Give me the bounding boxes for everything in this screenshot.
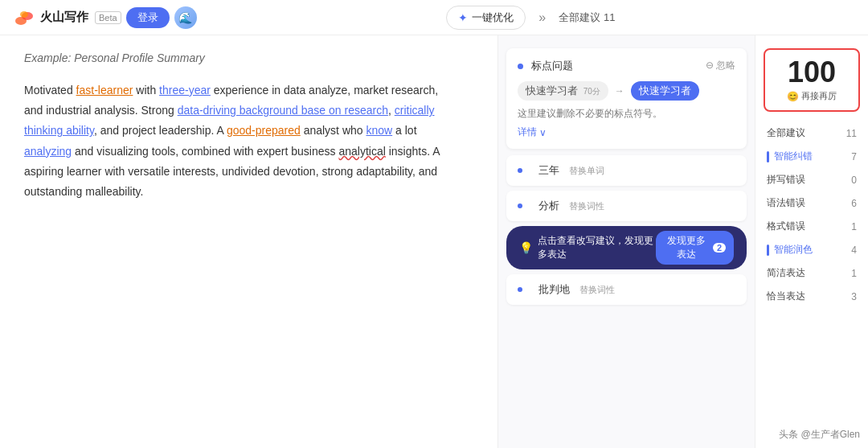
- avatar-button[interactable]: 🌊: [174, 6, 197, 29]
- header-center: ✦ 一键优化 » 全部建议 11: [207, 6, 855, 30]
- logo-area: 火山写作 Beta 登录 🌊: [13, 6, 197, 29]
- discover-button[interactable]: 发现更多表达 2: [656, 231, 734, 265]
- card-dot: [518, 64, 523, 69]
- watermark: 头条 @生产者Glen: [779, 428, 860, 442]
- app-header: 火山写作 Beta 登录 🌊 ✦ 一键优化 » 全部建议 11: [0, 0, 868, 35]
- score-emoji: 😊: [787, 91, 799, 102]
- bar-indicator-2: [767, 245, 769, 256]
- highlight-data-driving: data-driving background base on research: [178, 104, 388, 117]
- right-item-appropriate[interactable]: 恰当表达 3: [755, 285, 868, 308]
- suggestions-label: 全部建议 11: [559, 10, 615, 25]
- main-layout: Example: Personal Profile Summary Motiva…: [0, 35, 868, 448]
- tooltip-icon: 💡: [519, 241, 533, 254]
- login-button[interactable]: 登录: [126, 7, 170, 28]
- optimize-label: 一键优化: [472, 10, 514, 25]
- word-suggested[interactable]: 快速学习者: [631, 81, 699, 101]
- card-description: 这里建议删除不必要的标点符号。: [518, 107, 735, 121]
- right-item-grammar[interactable]: 语法错误 6: [755, 191, 868, 215]
- score-number: 100: [772, 58, 852, 87]
- small-dot: [518, 287, 522, 292]
- beta-badge: Beta: [95, 11, 121, 24]
- right-item-polish[interactable]: 智能润色 4: [755, 238, 868, 261]
- score-box: 100 😊 再接再厉: [764, 48, 860, 112]
- highlight-analyzing: analyzing: [24, 145, 72, 158]
- right-item-format[interactable]: 格式错误 1: [755, 215, 868, 238]
- suggestion-card-main: 标点问题 ⊖ 忽略 快速学习者 70分 → 快速学习者 这里建议删除不必要的标点…: [506, 48, 747, 149]
- small-label: [529, 284, 532, 296]
- doc-content: Motivated fast-learner with three-year e…: [24, 80, 442, 202]
- logo-icon: [13, 6, 35, 29]
- small-card-0[interactable]: 三年 替换单词: [506, 155, 747, 186]
- card-header-left: 标点问题: [518, 58, 573, 73]
- middle-panel: 标点问题 ⊖ 忽略 快速学习者 70分 → 快速学习者 这里建议删除不必要的标点…: [498, 35, 755, 448]
- card-type: 标点问题: [531, 60, 573, 72]
- star-icon: ✦: [458, 11, 468, 24]
- right-panel: 100 😊 再接再厉 全部建议 11 智能纠错 7 拼写错误 0 语法错误 6: [755, 35, 868, 448]
- doc-title: Example: Personal Profile Summary: [24, 51, 473, 64]
- suggestions-count: 11: [604, 11, 615, 23]
- highlight-three-year: three-year: [159, 84, 211, 97]
- optimize-button[interactable]: ✦ 一键优化: [446, 6, 526, 30]
- small-label: [529, 165, 532, 177]
- discover-badge: 2: [713, 243, 726, 253]
- right-item-spelling[interactable]: 拼写错误 0: [755, 168, 868, 191]
- right-item-concise[interactable]: 简洁表达 1: [755, 261, 868, 285]
- highlight-good-prepared: good-prepared: [227, 124, 301, 137]
- tooltip-text: 💡 点击查看改写建议，发现更多表达: [519, 234, 656, 261]
- bar-indicator: [767, 151, 769, 162]
- highlight-know: know: [366, 124, 392, 137]
- small-dot: [518, 168, 522, 173]
- score-subtitle: 😊 再接再厉: [772, 90, 852, 102]
- more-button[interactable]: »: [538, 10, 546, 25]
- card-ignore-btn[interactable]: ⊖ 忽略: [706, 59, 735, 72]
- card-header: 标点问题 ⊖ 忽略: [518, 58, 735, 73]
- right-item-smart-fix[interactable]: 智能纠错 7: [755, 145, 868, 168]
- highlight-fast-learner: fast-learner: [76, 84, 133, 97]
- svg-point-2: [20, 11, 28, 18]
- word-row: 快速学习者 70分 → 快速学习者: [518, 81, 735, 101]
- small-card-3[interactable]: 批判地 替换词性: [506, 274, 747, 305]
- small-card-1[interactable]: 分析 替换词性: [506, 191, 747, 221]
- highlight-analytical: analytical: [338, 145, 385, 158]
- word-original: 快速学习者 70分: [518, 81, 608, 101]
- tooltip-bar[interactable]: 💡 点击查看改写建议，发现更多表达 发现更多表达 2: [506, 226, 747, 269]
- right-item-all[interactable]: 全部建议 11: [755, 121, 868, 145]
- editor-area[interactable]: Example: Personal Profile Summary Motiva…: [0, 35, 498, 448]
- small-label: [529, 200, 532, 212]
- card-detail-btn[interactable]: 详情 ∨: [518, 125, 735, 139]
- logo-text: 火山写作: [40, 10, 88, 25]
- small-dot: [518, 203, 522, 208]
